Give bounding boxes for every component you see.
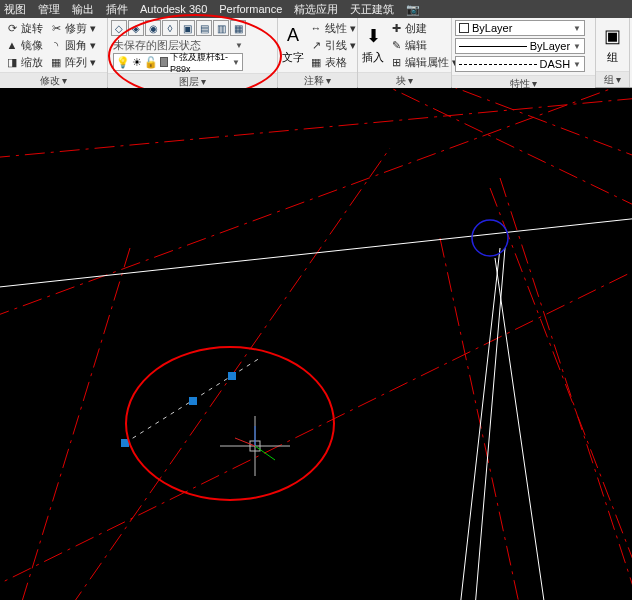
group-icon: ▣	[601, 24, 625, 48]
table-icon: ▦	[309, 55, 323, 69]
scale-button[interactable]: ◨缩放	[3, 54, 45, 70]
leader-button[interactable]: ↗引线 ▾	[307, 37, 358, 53]
mirror-button[interactable]: ▲镜像	[3, 37, 45, 53]
panel-block: ⬇ 插入 ✚创建 ✎编辑 ⊞编辑属性 ▾ 块 ▾	[358, 18, 452, 87]
lineweight-preview	[459, 64, 537, 65]
fillet-button[interactable]: ◝圆角 ▾	[47, 37, 98, 53]
layer-icon[interactable]: ◉	[145, 20, 161, 36]
menu-item[interactable]: 输出	[72, 2, 94, 17]
ribbon: ⟳旋转 ▲镜像 ◨缩放 ✂修剪 ▾ ◝圆角 ▾ ▦阵列 ▾ 修改 ▾ ◇ ◈ ◉…	[0, 18, 632, 88]
svg-line-12	[475, 248, 505, 600]
menu-item[interactable]: 管理	[38, 2, 60, 17]
panel-title-block[interactable]: 块 ▾	[358, 72, 451, 88]
layer-color-swatch	[160, 57, 168, 67]
color-swatch	[459, 23, 469, 33]
svg-rect-17	[189, 397, 197, 405]
layer-icon[interactable]: ◊	[162, 20, 178, 36]
insert-icon: ⬇	[361, 24, 385, 48]
rotate-button[interactable]: ⟳旋转	[3, 20, 45, 36]
edit-attr-button[interactable]: ⊞编辑属性 ▾	[387, 54, 460, 70]
svg-line-7	[500, 178, 632, 600]
layer-icon[interactable]: ▦	[230, 20, 246, 36]
trim-button[interactable]: ✂修剪 ▾	[47, 20, 98, 36]
layer-icon[interactable]: ▣	[179, 20, 195, 36]
panel-modify: ⟳旋转 ▲镜像 ◨缩放 ✂修剪 ▾ ◝圆角 ▾ ▦阵列 ▾ 修改 ▾	[0, 18, 108, 87]
array-button[interactable]: ▦阵列 ▾	[47, 54, 98, 70]
panel-group: ▣ 组 组 ▾	[596, 18, 630, 87]
menu-item[interactable]: 插件	[106, 2, 128, 17]
svg-line-22	[255, 446, 275, 460]
linear-dim-button[interactable]: ↔线性 ▾	[307, 20, 358, 36]
svg-line-0	[0, 98, 632, 158]
menu-bar: 视图 管理 输出 插件 Autodesk 360 Performance 精选应…	[0, 0, 632, 18]
panel-title-group[interactable]: 组 ▾	[596, 71, 629, 87]
dim-icon: ↔	[309, 21, 323, 35]
edit-block-button[interactable]: ✎编辑	[387, 37, 460, 53]
svg-line-1	[0, 88, 632, 318]
svg-line-10	[0, 218, 632, 288]
panel-title-layer[interactable]: 图层 ▾	[108, 73, 277, 89]
svg-line-2	[370, 88, 632, 208]
create-block-button[interactable]: ✚创建	[387, 20, 460, 36]
layer-icon[interactable]: ◇	[111, 20, 127, 36]
layer-name: 下弦及腹杆$1-P89x	[170, 51, 230, 74]
lock-icon: 🔓	[144, 56, 158, 69]
rotate-icon: ⟳	[5, 21, 19, 35]
create-icon: ✚	[389, 21, 403, 35]
layer-icon[interactable]: ◈	[128, 20, 144, 36]
color-dropdown[interactable]: ByLayer▼	[455, 20, 585, 36]
text-icon: A	[281, 24, 305, 48]
svg-rect-18	[228, 372, 236, 380]
chevron-down-icon: ▼	[232, 58, 240, 67]
panel-title-annotation[interactable]: 注释 ▾	[278, 72, 357, 88]
menu-item-icon[interactable]: 📷	[406, 3, 420, 16]
menu-item[interactable]: 天正建筑	[350, 2, 394, 17]
panel-layer: ◇ ◈ ◉ ◊ ▣ ▤ ▥ ▦ 未保存的图层状态▼ 💡 ☀ 🔓	[108, 18, 278, 87]
menu-item[interactable]: 精选应用	[294, 2, 338, 17]
linetype-dropdown[interactable]: ByLayer▼	[455, 38, 585, 54]
fillet-icon: ◝	[49, 38, 63, 52]
panel-properties: ByLayer▼ ByLayer▼ DASH▼ 特性 ▾	[452, 18, 596, 87]
mirror-icon: ▲	[5, 38, 19, 52]
drawing-svg	[0, 88, 632, 600]
panel-annotation: A 文字 ↔线性 ▾ ↗引线 ▾ ▦表格 注释 ▾	[278, 18, 358, 87]
leader-icon: ↗	[309, 38, 323, 52]
lightbulb-icon: 💡	[116, 56, 130, 69]
sun-icon: ☀	[132, 56, 142, 69]
menu-item[interactable]: Performance	[219, 3, 282, 15]
menu-item[interactable]: Autodesk 360	[140, 3, 207, 15]
layer-dropdown[interactable]: 💡 ☀ 🔓 下弦及腹杆$1-P89x ▼	[113, 53, 243, 71]
layer-icon[interactable]: ▥	[213, 20, 229, 36]
svg-point-14	[472, 220, 508, 256]
array-icon: ▦	[49, 55, 63, 69]
trim-icon: ✂	[49, 21, 63, 35]
layer-icon[interactable]: ▤	[196, 20, 212, 36]
table-button[interactable]: ▦表格	[307, 54, 358, 70]
menu-item[interactable]: 视图	[4, 2, 26, 17]
panel-title-modify[interactable]: 修改 ▾	[0, 72, 107, 88]
svg-line-24	[235, 438, 255, 446]
attr-icon: ⊞	[389, 55, 403, 69]
scale-icon: ◨	[5, 55, 19, 69]
group-button[interactable]: ▣ 组	[599, 20, 626, 68]
svg-line-3	[430, 88, 632, 158]
edit-icon: ✎	[389, 38, 403, 52]
drawing-canvas[interactable]	[0, 88, 632, 600]
lineweight-dropdown[interactable]: DASH▼	[455, 56, 585, 72]
svg-rect-16	[121, 439, 129, 447]
svg-line-13	[495, 258, 545, 600]
linetype-preview	[459, 46, 527, 47]
insert-button[interactable]: ⬇ 插入	[361, 20, 385, 68]
text-button[interactable]: A 文字	[281, 20, 305, 68]
